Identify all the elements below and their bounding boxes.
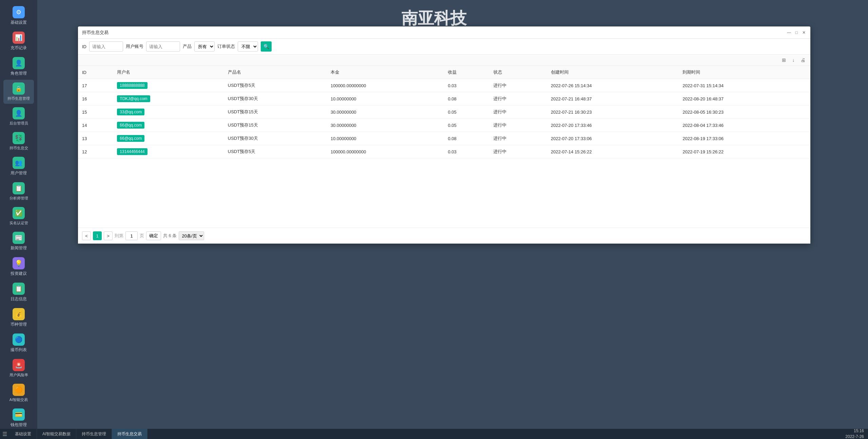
taskbar-tab-hodl-manage[interactable]: 持币生息管理 [76,429,112,439]
cell-username: 33@qq.com [113,106,223,119]
sidebar-item-invest[interactable]: 💡 投资建议 [3,254,34,279]
sidebar-label: 实名认证管 [9,221,28,226]
minimize-button[interactable]: — [787,30,791,35]
sidebar-item-basic-settings[interactable]: ⚙ 基础设置 [3,3,34,28]
sidebar-label: 钱包管理 [11,422,27,428]
taskbar-tabs: 基础设置 AI智能交易数据 持币生息管理 持币生息交易 [9,429,841,439]
page-confirm-button[interactable]: 确定 [146,231,161,240]
cell-income: 0.03 [444,145,489,158]
cell-status: 进行中 [489,92,547,106]
sidebar-item-coinlist[interactable]: 🔵 撮币列表 [3,331,34,356]
order-status-label: 订单状态 [217,43,235,50]
sidebar-item-log[interactable]: 📋 日志信息 [3,280,34,305]
taskbar-tab-hodl-trade[interactable]: 持币生息交易 [112,429,147,439]
sidebar-item-recharge[interactable]: 📊 充币记录 [3,29,34,54]
sidebar-item-user[interactable]: 👥 用户管理 [3,154,34,179]
taskbar: ☰ 基础设置 AI智能交易数据 持币生息管理 持币生息交易 15:16 2022… [0,429,868,439]
col-username: 用户名 [113,66,223,79]
sidebar-label: 持币生息管理 [7,96,30,101]
role-icon: 👤 [13,57,25,69]
search-icon: 🔍 [263,44,269,49]
id-label: ID [82,44,86,49]
sidebar-item-risk[interactable]: 🚨 用户风险率 [3,356,34,380]
cell-username: 66@qq.com [113,119,223,132]
sidebar-label: 用户风险率 [9,373,28,378]
cell-id: 14 [78,119,113,132]
cell-id: 16 [78,92,113,106]
user-input[interactable] [146,41,180,52]
export-icon[interactable]: ⊞ [781,57,787,63]
log-icon: 📋 [13,283,25,295]
col-product: 产品名 [224,66,327,79]
jump-label: 到第 [115,233,123,239]
taskbar-tab-basic[interactable]: 基础设置 [9,429,37,439]
news-icon: 📰 [13,232,25,244]
verify-icon: ✅ [13,207,25,219]
cell-username: 66@qq.com [113,132,223,145]
risk-icon: 🚨 [13,359,25,371]
sidebar-label: 基础设置 [11,20,27,25]
start-button[interactable]: ☰ [0,429,9,439]
table-row: 16 TDKJ@qq.com USDT预存30天 10.00000000 0.0… [78,92,810,106]
sidebar-label: 新闻管理 [11,245,27,251]
col-principal: 本金 [327,66,444,79]
print-icon[interactable]: 🖨 [800,57,806,63]
sidebar-item-backend[interactable]: 👤 后台管理员 [3,104,34,129]
clock: 15:16 2022-7-26 [841,428,868,439]
cell-income: 0.05 [444,106,489,119]
close-button[interactable]: ✕ [802,30,806,35]
page-jump-input[interactable] [125,231,138,240]
sidebar-item-ai[interactable]: 🟠 AI智能交易 [3,381,34,405]
table-header-row: ID 用户名 产品名 本金 收益 状态 创建时间 到期时间 [78,66,810,79]
clock-time: 15:16 [854,428,864,434]
sidebar-item-hodl-manage[interactable]: 🔒 持币生息管理 [3,80,34,104]
sidebar-label: 充币记录 [11,45,27,51]
sidebar-item-analyst[interactable]: 📋 分析师管理 [3,179,34,204]
download-icon[interactable]: ↓ [790,57,797,63]
cell-id: 15 [78,106,113,119]
maximize-button[interactable]: □ [794,30,799,35]
table-row: 12 13144466444 USDT预存5天 100000.00000000 … [78,145,810,158]
sidebar-label: 投资建议 [11,271,27,276]
window-title: 持币生息交易 [82,30,108,36]
search-button[interactable]: 🔍 [261,41,272,52]
cell-create-time: 2022-07-14 15:26:22 [547,145,679,158]
cell-product: USDT预存5天 [224,145,327,158]
sidebar: ⚙ 基础设置 📊 充币记录 👤 角色管理 🔒 持币生息管理 👤 后台管理员 💱 … [0,0,37,439]
sidebar-item-hodl-trade[interactable]: 💱 持币生息交 [3,129,34,153]
page-size-select[interactable]: 20条/页 [179,231,204,240]
prev-page-button[interactable]: < [82,231,91,240]
sidebar-item-role[interactable]: 👤 角色管理 [3,54,34,79]
cell-principal: 10.00000000 [327,92,444,106]
cell-product: USDT预存15天 [224,106,327,119]
user-label: 用户账号 [126,43,143,50]
cell-principal: 30.00000000 [327,106,444,119]
id-input[interactable] [89,41,123,52]
order-status-select[interactable]: 不限 [238,41,258,52]
sidebar-item-news[interactable]: 📰 新闻管理 [3,229,34,254]
sidebar-item-coin[interactable]: 💰 币种管理 [3,305,34,330]
cell-username: 13144466444 [113,145,223,158]
next-page-button[interactable]: > [104,231,113,240]
trade-icon: 💱 [13,132,25,144]
sidebar-item-wallet[interactable]: 💳 钱包管理 [3,406,34,431]
sidebar-label: 用户管理 [11,170,27,176]
sidebar-label: 角色管理 [11,71,27,76]
wallet-icon: 💳 [13,408,25,421]
sidebar-label: 日志信息 [11,296,27,302]
cell-status: 进行中 [489,119,547,132]
sidebar-label: 后台管理员 [9,121,28,126]
lock-icon: 🔒 [13,82,25,95]
cell-username: TDKJ@qq.com [113,92,223,106]
cell-status: 进行中 [489,145,547,158]
page-1-button[interactable]: 1 [93,231,102,240]
cell-create-time: 2022-07-21 16:48:37 [547,92,679,106]
sidebar-item-realname[interactable]: ✅ 实名认证管 [3,204,34,228]
taskbar-tab-ai[interactable]: AI智能交易数据 [37,429,76,439]
invest-icon: 💡 [13,257,25,269]
cell-principal: 30.00000000 [327,119,444,132]
cell-expire-time: 2022-08-04 17:33:46 [678,119,810,132]
col-status: 状态 [489,66,547,79]
product-select[interactable]: 所有 [194,41,215,52]
cell-create-time: 2022-07-21 16:30:23 [547,106,679,119]
